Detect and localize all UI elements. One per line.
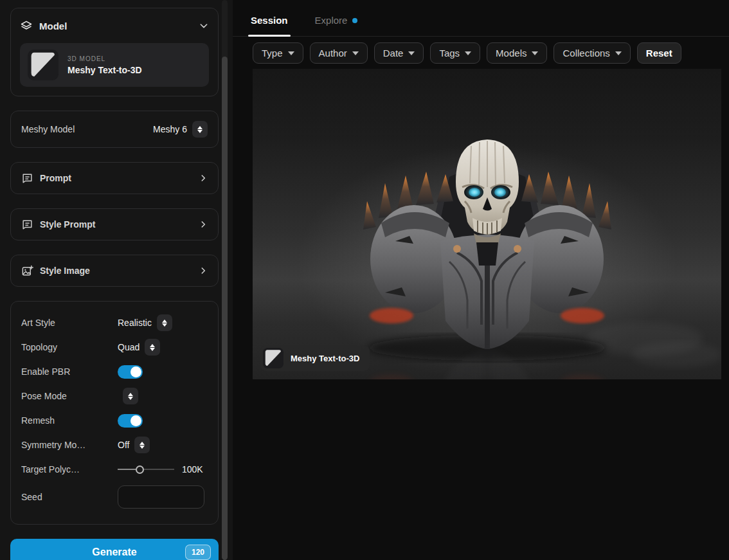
filter-type[interactable]: Type xyxy=(253,42,303,64)
chevron-right-icon xyxy=(199,266,208,275)
topology-row: Topology Quad xyxy=(21,335,208,359)
target-polycount-value: 100K xyxy=(182,464,203,474)
pose-mode-stepper[interactable] xyxy=(123,388,138,404)
stepper-down-icon xyxy=(140,446,145,449)
skull-armor-render xyxy=(253,69,721,379)
symmetry-mode-value: Off xyxy=(118,440,129,450)
reset-filters-button[interactable]: Reset xyxy=(637,42,681,64)
remesh-label: Remesh xyxy=(21,415,118,426)
stepper-down-icon xyxy=(162,323,167,327)
style-prompt-section[interactable]: Style Prompt xyxy=(10,208,219,240)
selected-model-meta: 3D MODEL Meshy Text-to-3D xyxy=(68,55,142,75)
style-prompt-label: Style Prompt xyxy=(40,219,199,230)
enable-pbr-row: Enable PBR xyxy=(21,359,208,384)
target-polycount-row: Target Polyc… 100K xyxy=(21,457,208,482)
slider-track xyxy=(144,469,174,470)
meshy-model-card: Meshy Model Meshy 6 xyxy=(10,111,219,148)
layers-icon xyxy=(20,19,33,32)
filter-models[interactable]: Models xyxy=(487,42,547,64)
target-polycount-slider[interactable] xyxy=(118,465,174,474)
symmetry-mode-stepper[interactable] xyxy=(134,437,150,453)
enable-pbr-toggle[interactable] xyxy=(118,365,143,379)
filter-tags[interactable]: Tags xyxy=(430,42,480,64)
model-section-title: Model xyxy=(39,21,199,32)
gallery: Meshy Text-to-3D xyxy=(233,69,729,379)
topology-stepper[interactable] xyxy=(145,339,160,356)
toggle-knob xyxy=(130,415,141,426)
chevron-down-icon xyxy=(352,51,359,55)
stepper-up-icon xyxy=(140,442,145,445)
seed-row: Seed xyxy=(21,482,208,512)
pose-mode-label: Pose Mode xyxy=(21,391,118,401)
filter-collections-label: Collections xyxy=(562,48,609,59)
art-style-label: Art Style xyxy=(21,318,118,328)
main-panel: Session Explore Type Author Date T xyxy=(233,0,729,560)
pose-mode-row: Pose Mode xyxy=(21,384,208,408)
seed-label: Seed xyxy=(21,492,118,502)
selected-model-name: Meshy Text-to-3D xyxy=(68,65,142,75)
symmetry-mode-label: Symmetry Mo… xyxy=(21,440,118,450)
prompt-section[interactable]: Prompt xyxy=(10,162,219,194)
chevron-down-icon xyxy=(615,51,622,55)
filter-date-label: Date xyxy=(383,48,404,59)
chevron-right-icon xyxy=(199,174,208,183)
generate-button[interactable]: Generate 120 xyxy=(10,539,219,560)
generation-result-image[interactable]: Meshy Text-to-3D xyxy=(253,69,721,379)
filter-author[interactable]: Author xyxy=(310,42,368,64)
art-style-value: Realistic xyxy=(118,318,152,328)
sidebar: Model 3D MODEL Meshy Text-to-3D xyxy=(0,0,233,560)
meshy-model-value: Meshy 6 xyxy=(153,124,187,134)
tab-bar: Session Explore xyxy=(233,0,729,37)
stepper-down-icon xyxy=(150,348,155,351)
reset-label: Reset xyxy=(646,48,672,59)
credits-badge: 120 xyxy=(185,545,211,560)
style-image-section[interactable]: Style Image xyxy=(10,255,219,287)
prompt-chat-icon xyxy=(21,172,33,185)
prompt-label: Prompt xyxy=(40,173,199,183)
slider-knob[interactable] xyxy=(136,465,144,474)
filter-date[interactable]: Date xyxy=(374,42,424,64)
filter-models-label: Models xyxy=(496,48,526,59)
meshy-logo-icon xyxy=(263,348,284,368)
image-plus-icon xyxy=(21,265,33,277)
model-section-header[interactable]: Model xyxy=(20,16,209,35)
chevron-down-icon xyxy=(465,51,471,55)
style-image-label: Style Image xyxy=(40,266,199,276)
symmetry-mode-row: Symmetry Mo… Off xyxy=(21,433,208,457)
stepper-up-icon xyxy=(150,344,155,347)
filter-collections[interactable]: Collections xyxy=(554,42,630,64)
filter-author-label: Author xyxy=(319,48,347,59)
meshy-logo-icon xyxy=(28,50,59,80)
explore-notification-dot xyxy=(352,18,357,23)
chevron-right-icon xyxy=(199,220,208,229)
tab-explore[interactable]: Explore xyxy=(312,15,361,36)
chevron-down-icon xyxy=(408,51,415,55)
tab-session[interactable]: Session xyxy=(248,15,291,36)
badge-label: Meshy Text-to-3D xyxy=(291,354,359,363)
meshy-model-stepper[interactable] xyxy=(192,121,208,138)
topology-label: Topology xyxy=(21,342,118,352)
settings-card: Art Style Realistic Topology Quad Enable… xyxy=(10,301,219,525)
selected-model-card[interactable]: 3D MODEL Meshy Text-to-3D xyxy=(20,43,209,87)
stepper-up-icon xyxy=(128,393,133,396)
slider-fill xyxy=(118,469,136,470)
art-style-row: Art Style Realistic xyxy=(21,311,208,335)
chevron-down-icon[interactable] xyxy=(199,21,209,31)
target-polycount-label: Target Polyc… xyxy=(21,464,118,474)
chevron-down-icon xyxy=(288,51,294,55)
toggle-knob xyxy=(130,366,141,377)
sidebar-scrollbar-thumb[interactable] xyxy=(222,57,228,560)
selected-model-type: 3D MODEL xyxy=(68,55,142,62)
model-section-card: Model 3D MODEL Meshy Text-to-3D xyxy=(10,8,219,96)
active-tab-underline xyxy=(248,35,291,37)
app-window: Model 3D MODEL Meshy Text-to-3D xyxy=(0,0,729,560)
chevron-down-icon xyxy=(532,51,538,55)
art-style-stepper[interactable] xyxy=(157,314,172,331)
tab-session-label: Session xyxy=(251,15,288,26)
stepper-up-icon xyxy=(162,320,167,323)
seed-input[interactable] xyxy=(118,485,204,509)
topology-value: Quad xyxy=(118,342,140,352)
model-type-badge: Meshy Text-to-3D xyxy=(260,345,370,371)
remesh-toggle[interactable] xyxy=(118,414,143,428)
meshy-model-label: Meshy Model xyxy=(21,124,153,134)
